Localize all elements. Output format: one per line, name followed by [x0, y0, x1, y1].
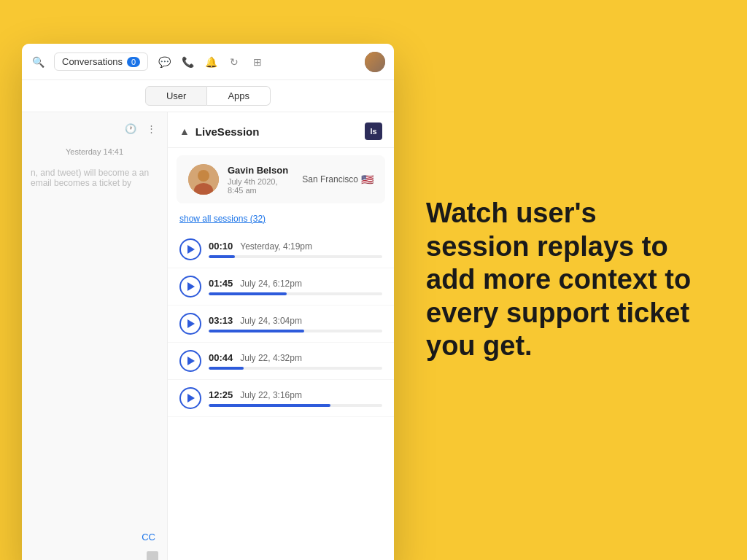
location-text: San Francisco — [302, 174, 358, 184]
progress-fill-3 — [209, 367, 244, 370]
conversations-label: Conversations — [62, 56, 123, 67]
user-avatar-nav[interactable] — [365, 52, 385, 72]
user-name: Gavin Belson — [228, 165, 293, 176]
conversations-badge: 0 — [127, 57, 140, 67]
play-button-4[interactable] — [179, 387, 201, 409]
play-button-3[interactable] — [179, 350, 201, 372]
ls-header: ▲ LiveSession ls — [168, 112, 394, 148]
conversations-tab[interactable]: Conversations 0 — [54, 52, 148, 71]
session-item: 01:45 July 24, 6:12pm — [168, 268, 394, 306]
browser-window: 🔍 Conversations 0 💬 📞 🔔 ↻ ⊞ User Apps 🕐 … — [22, 44, 394, 560]
user-avatar — [188, 164, 219, 195]
promo-text: Watch user's session replays to add more… — [426, 197, 703, 363]
play-icon-4 — [187, 394, 195, 402]
main-content: 🕐 ⋮ Yesterday 14:41 n, and tweet) will b… — [22, 112, 394, 560]
session-duration-0: 00:10 — [209, 241, 233, 252]
user-date: July 4th 2020, 8:45 am — [228, 177, 293, 195]
session-info-4: 12:25 July 22, 3:16pm — [209, 389, 382, 407]
more-icon[interactable]: ⋮ — [144, 121, 158, 136]
search-icon[interactable]: 🔍 — [31, 55, 45, 69]
nav-bar: 🔍 Conversations 0 💬 📞 🔔 ↻ ⊞ — [22, 44, 394, 80]
play-button-1[interactable] — [179, 276, 201, 298]
sidebar-top-icons: 🕐 ⋮ — [22, 121, 167, 141]
history-icon[interactable]: 🕐 — [123, 121, 138, 136]
tab-user[interactable]: User — [145, 86, 207, 106]
user-card: Gavin Belson July 4th 2020, 8:45 am San … — [177, 155, 385, 203]
chat-icon[interactable]: 💬 — [157, 55, 171, 69]
phone-icon[interactable]: 📞 — [180, 55, 195, 69]
scroll-indicator — [147, 551, 158, 560]
progress-bar-4 — [209, 404, 382, 407]
sidebar-body-text: n, and tweet) will become a an email bec… — [22, 162, 167, 194]
progress-fill-2 — [209, 330, 304, 332]
session-date-3: July 22, 4:32pm — [240, 353, 302, 363]
play-icon-0 — [187, 245, 195, 254]
session-date-4: July 22, 3:16pm — [240, 390, 302, 400]
session-top-3: 00:44 July 22, 4:32pm — [209, 352, 382, 363]
play-icon-3 — [187, 357, 195, 365]
progress-fill-4 — [209, 404, 330, 407]
session-top-4: 12:25 July 22, 3:16pm — [209, 389, 382, 400]
session-duration-3: 00:44 — [209, 352, 233, 363]
sub-nav: User Apps — [22, 80, 394, 112]
progress-fill-0 — [209, 255, 235, 258]
ls-header-left: ▲ LiveSession — [179, 125, 259, 138]
session-info-1: 01:45 July 24, 6:12pm — [209, 278, 382, 295]
sidebar-cc[interactable]: CC — [142, 532, 155, 542]
session-item: 00:10 Yesterday, 4:19pm — [168, 231, 394, 268]
session-top-1: 01:45 July 24, 6:12pm — [209, 278, 382, 289]
refresh-icon[interactable]: ↻ — [227, 55, 241, 69]
session-info-0: 00:10 Yesterday, 4:19pm — [209, 241, 382, 258]
collapse-icon[interactable]: ▲ — [179, 125, 190, 137]
session-duration-4: 12:25 — [209, 389, 233, 400]
play-button-0[interactable] — [179, 238, 201, 260]
play-icon-1 — [187, 282, 195, 291]
avatar-svg — [188, 164, 219, 195]
sidebar-timestamp: Yesterday 14:41 — [22, 141, 167, 162]
play-icon-2 — [187, 319, 195, 328]
session-info-2: 03:13 July 24, 3:04pm — [209, 315, 382, 332]
livesession-panel: ▲ LiveSession ls Gavin Belson — [168, 112, 394, 560]
sessions-list: 00:10 Yesterday, 4:19pm 01:45 July 24, 6… — [168, 231, 394, 417]
session-duration-1: 01:45 — [209, 278, 233, 289]
session-date-2: July 24, 3:04pm — [240, 316, 302, 326]
promo-headline: Watch user's session replays to add more… — [426, 197, 703, 363]
user-location: San Francisco 🇺🇸 — [302, 174, 374, 185]
session-item: 03:13 July 24, 3:04pm — [168, 306, 394, 343]
ls-title: LiveSession — [196, 125, 260, 138]
tab-apps[interactable]: Apps — [207, 86, 271, 106]
session-top-0: 00:10 Yesterday, 4:19pm — [209, 241, 382, 252]
session-date-0: Yesterday, 4:19pm — [240, 241, 312, 252]
play-button-2[interactable] — [179, 313, 201, 335]
progress-fill-1 — [209, 292, 287, 295]
session-date-1: July 24, 6:12pm — [240, 279, 302, 289]
session-item: 12:25 July 22, 3:16pm — [168, 380, 394, 417]
progress-bar-3 — [209, 367, 382, 370]
session-info-3: 00:44 July 22, 4:32pm — [209, 352, 382, 370]
svg-point-1 — [198, 170, 209, 182]
user-info: Gavin Belson July 4th 2020, 8:45 am — [228, 165, 293, 195]
session-item: 00:44 July 22, 4:32pm — [168, 343, 394, 380]
left-sidebar: 🕐 ⋮ Yesterday 14:41 n, and tweet) will b… — [22, 112, 168, 560]
ls-brand-badge: ls — [365, 122, 382, 140]
progress-bar-2 — [209, 330, 382, 332]
progress-bar-1 — [209, 292, 382, 295]
session-top-2: 03:13 July 24, 3:04pm — [209, 315, 382, 326]
show-all-sessions-link[interactable]: show all sessions (32) — [168, 211, 394, 231]
flag-icon: 🇺🇸 — [361, 174, 374, 185]
session-duration-2: 03:13 — [209, 315, 233, 326]
grid-icon[interactable]: ⊞ — [250, 55, 265, 69]
bell-icon[interactable]: 🔔 — [204, 55, 218, 69]
progress-bar-0 — [209, 255, 382, 258]
